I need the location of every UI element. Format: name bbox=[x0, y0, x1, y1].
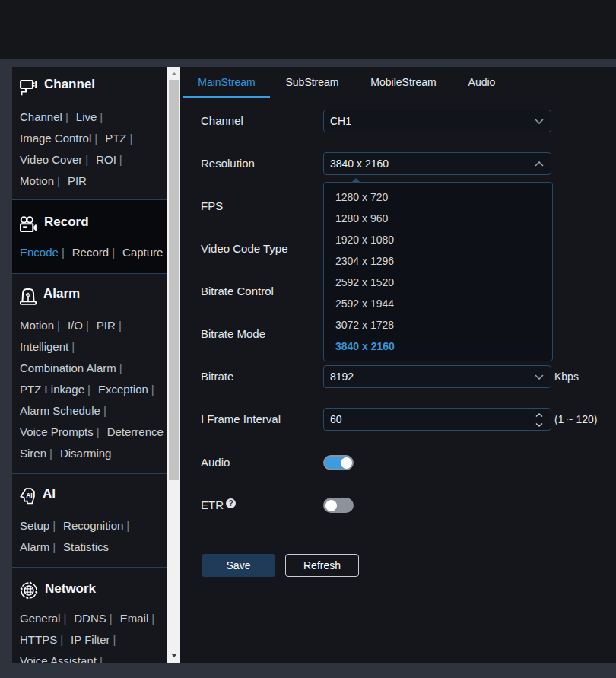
svg-text:AI: AI bbox=[26, 491, 33, 498]
